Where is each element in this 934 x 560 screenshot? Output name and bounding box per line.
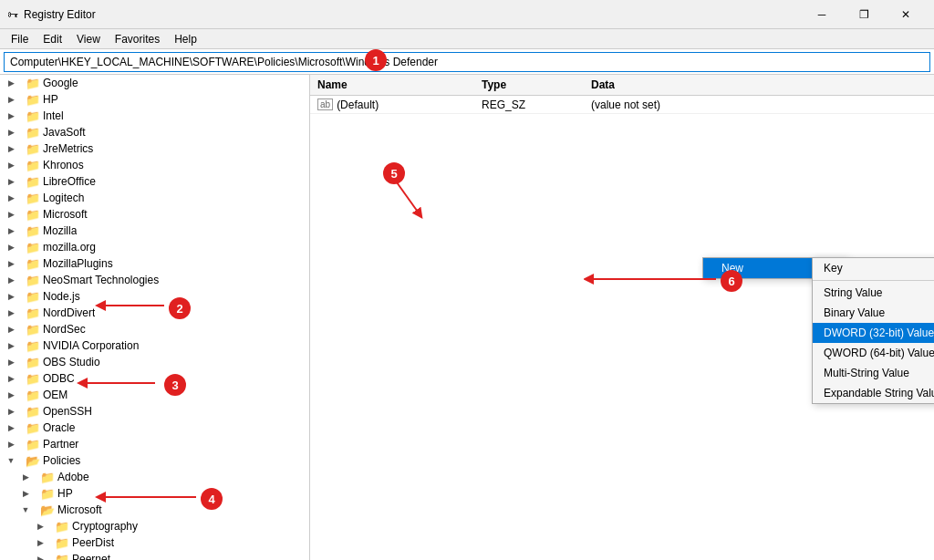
tree-label: HP [57, 487, 73, 500]
detail-row-default[interactable]: ab (Default) REG_SZ (value not set) [310, 96, 934, 114]
tree-label: Microsoft [43, 208, 88, 221]
tree-item-javasoft[interactable]: ▶ 📁 JavaSoft [0, 124, 309, 140]
tree-label: Google [43, 77, 78, 89]
tree-item-adobe[interactable]: ▶ 📁 Adobe [0, 469, 309, 485]
tree-item-libreoffice[interactable]: ▶ 📁 LibreOffice [0, 173, 309, 190]
submenu-key[interactable]: Key [813, 258, 934, 278]
tree-label: mozilla.org [43, 241, 96, 254]
toggle-icon: ▶ [4, 407, 18, 416]
tree-item-openssh[interactable]: ▶ 📁 OpenSSH [0, 403, 309, 420]
tree-item-nodejs[interactable]: ▶ 📁 Node.js [0, 288, 309, 305]
toggle-icon: ▶ [4, 226, 18, 235]
tree-item-mozillaplugins[interactable]: ▶ 📁 MozillaPlugins [0, 255, 309, 272]
toggle-icon: ▶ [4, 308, 18, 317]
toggle-icon: ▶ [4, 193, 18, 202]
folder-icon: 📁 [55, 520, 69, 534]
maximize-button[interactable]: ❐ [843, 0, 885, 29]
submenu-multistring-value[interactable]: Multi-String Value [813, 363, 934, 383]
detail-cell-data: (value not set) [584, 99, 934, 111]
submenu-binary-value[interactable]: Binary Value [813, 303, 934, 323]
toggle-icon: ▶ [4, 325, 18, 334]
tree-item-peernet[interactable]: ▶ 📁 Peernet [0, 551, 309, 560]
menu-view[interactable]: View [69, 31, 108, 47]
tree-item-oem[interactable]: ▶ 📁 OEM [0, 387, 309, 403]
folder-icon: 📁 [26, 192, 40, 205]
tree-label: Khronos [43, 159, 84, 171]
folder-icon: 📁 [26, 109, 40, 123]
detail-cell-name: ab (Default) [310, 99, 474, 111]
tree-item-microsoft[interactable]: ▶ 📁 Microsoft [0, 206, 309, 223]
tree-item-obs[interactable]: ▶ 📁 OBS Studio [0, 354, 309, 370]
folder-icon: 📂 [26, 454, 40, 468]
folder-icon: 📁 [40, 487, 55, 501]
folder-icon: 📂 [40, 503, 55, 517]
minimize-button[interactable]: ─ [801, 0, 843, 29]
toggle-icon: ▶ [4, 390, 18, 399]
app-icon: 🗝 [7, 8, 18, 21]
tree-item-hp[interactable]: ▶ 📁 HP [0, 91, 309, 108]
tree-item-intel[interactable]: ▶ 📁 Intel [0, 108, 309, 124]
submenu-expandable-value[interactable]: Expandable String Value [813, 383, 934, 403]
folder-icon: 📁 [55, 553, 69, 561]
tree-item-cryptography[interactable]: ▶ 📁 Cryptography [0, 518, 309, 534]
tree-item-nordsec[interactable]: ▶ 📁 NordSec [0, 321, 309, 337]
tree-item-mozilla[interactable]: ▶ 📁 Mozilla [0, 223, 309, 239]
tree-item-neosmart[interactable]: ▶ 📁 NeoSmart Technologies [0, 272, 309, 288]
submenu-qword-value[interactable]: QWORD (64-bit) Value [813, 343, 934, 363]
tree-item-logitech[interactable]: ▶ 📁 Logitech [0, 190, 309, 206]
col-data: Data [584, 77, 934, 93]
tree-item-policies[interactable]: ▼ 📂 Policies [0, 452, 309, 469]
tree-label: Node.js [43, 290, 80, 303]
tree-pane[interactable]: ▶ 📁 Google ▶ 📁 HP ▶ 📁 Intel ▶ 📁 JavaSoft… [0, 75, 310, 560]
toggle-icon: ▶ [4, 275, 18, 285]
tree-label: ODBC [43, 372, 75, 385]
submenu-separator [813, 280, 934, 281]
folder-icon: 📁 [26, 372, 40, 386]
tree-item-oracle[interactable]: ▶ 📁 Oracle [0, 420, 309, 436]
tree-item-pol-microsoft[interactable]: ▼ 📂 Microsoft [0, 502, 309, 518]
close-button[interactable]: ✕ [885, 0, 927, 29]
toggle-icon: ▶ [4, 341, 18, 350]
folder-icon: 📁 [26, 356, 40, 369]
tree-item-peerdist[interactable]: ▶ 📁 PeerDist [0, 534, 309, 551]
tree-label: NordDivert [43, 306, 95, 319]
folder-icon: 📁 [26, 389, 40, 402]
folder-icon: 📁 [26, 126, 40, 140]
submenu: Key String Value Binary Value DWORD (32-… [812, 257, 934, 404]
tree-item-jremetrics[interactable]: ▶ 📁 JreMetrics [0, 140, 309, 157]
tree-label: MozillaPlugins [43, 257, 113, 270]
detail-cell-type: REG_SZ [474, 99, 584, 111]
toggle-icon: ▼ [18, 505, 33, 514]
toggle-icon: ▶ [4, 210, 18, 219]
tree-label: Mozilla [43, 224, 77, 237]
tree-item-partner[interactable]: ▶ 📁 Partner [0, 436, 309, 452]
title-bar: 🗝 Registry Editor ─ ❐ ✕ [0, 0, 934, 29]
folder-icon: 📁 [26, 339, 40, 353]
folder-icon: 📁 [26, 208, 40, 222]
menu-bar: File Edit View Favorites Help [0, 29, 934, 49]
tree-label: JreMetrics [43, 142, 93, 155]
menu-help[interactable]: Help [167, 31, 204, 47]
tree-item-odbc[interactable]: ▶ 📁 ODBC [0, 370, 309, 387]
tree-label: PeerDist [72, 536, 114, 549]
toggle-icon: ▶ [4, 177, 18, 186]
ab-icon: ab [317, 99, 333, 110]
tree-item-khronos[interactable]: ▶ 📁 Khronos [0, 157, 309, 173]
tree-item-hp2[interactable]: ▶ 📁 HP [0, 485, 309, 502]
submenu-dword-value[interactable]: DWORD (32-bit) Value [813, 323, 934, 343]
tree-item-nvidia[interactable]: ▶ 📁 NVIDIA Corporation [0, 337, 309, 354]
menu-file[interactable]: File [4, 31, 36, 47]
tree-item-norddivert[interactable]: ▶ 📁 NordDivert [0, 305, 309, 321]
tree-item-mozillaorg[interactable]: ▶ 📁 mozilla.org [0, 239, 309, 255]
title-bar-left: 🗝 Registry Editor [7, 8, 96, 21]
menu-favorites[interactable]: Favorites [108, 31, 167, 47]
folder-icon: 📁 [26, 77, 40, 90]
toggle-icon: ▶ [4, 111, 18, 120]
tree-label: NeoSmart Technologies [43, 274, 159, 286]
folder-icon: 📁 [26, 241, 40, 254]
folder-icon: 📁 [26, 224, 40, 238]
tree-item-google[interactable]: ▶ 📁 Google [0, 75, 309, 91]
address-input[interactable] [4, 52, 930, 72]
submenu-string-value[interactable]: String Value [813, 283, 934, 303]
menu-edit[interactable]: Edit [36, 31, 69, 47]
